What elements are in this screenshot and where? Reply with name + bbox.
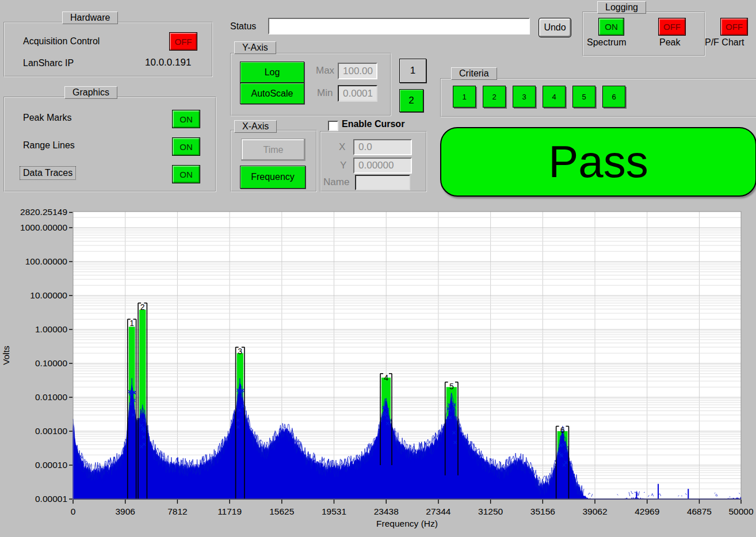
enable-cursor-label: Enable Cursor [342, 119, 404, 129]
pass-fail-indicator: Pass [440, 127, 756, 197]
channel-2-button[interactable]: 2 [399, 89, 423, 112]
svg-text:3: 3 [238, 347, 242, 356]
status-label: Status [230, 21, 256, 32]
svg-text:42969: 42969 [635, 507, 659, 516]
range-lines-toggle[interactable]: ON [172, 137, 200, 156]
svg-text:1000.00000: 1000.00000 [20, 223, 67, 232]
app-window: Hardware Acquisition Control OFF LanShar… [0, 0, 756, 537]
svg-text:1: 1 [129, 319, 134, 328]
log-scale-button[interactable]: Log [240, 62, 304, 83]
svg-text:2820.25149: 2820.25149 [20, 207, 67, 217]
pf-chart-toggle[interactable]: OFF [720, 18, 748, 36]
svg-text:3906: 3906 [115, 507, 135, 516]
svg-text:10.00000: 10.00000 [30, 290, 67, 300]
peak-logging-label: Peak [659, 37, 680, 48]
undo-button[interactable]: Undo [539, 18, 571, 37]
enable-cursor-checkbox[interactable] [328, 121, 338, 131]
svg-text:5: 5 [449, 382, 454, 391]
cursor-x-field[interactable]: 0.0 [353, 139, 412, 155]
acquisition-control-button[interactable]: OFF [169, 32, 197, 51]
svg-text:6: 6 [560, 425, 565, 435]
criteria-button-6[interactable]: 6 [602, 86, 625, 108]
range-lines-label: Range Lines [23, 140, 75, 151]
logging-panel-title: Logging [597, 1, 646, 14]
svg-text:Frequency (Hz): Frequency (Hz) [376, 519, 438, 528]
svg-text:39062: 39062 [582, 507, 607, 516]
criteria-button-5[interactable]: 5 [572, 86, 595, 108]
svg-text:0.00010: 0.00010 [35, 460, 67, 470]
svg-text:0.00001: 0.00001 [35, 494, 67, 504]
svg-text:2: 2 [140, 302, 145, 312]
cursor-name-field[interactable] [355, 175, 410, 190]
y-min-label: Min [317, 87, 333, 99]
autoscale-button[interactable]: AutoScale [240, 83, 304, 104]
svg-text:Volts: Volts [1, 346, 11, 365]
peak-marks-toggle[interactable]: ON [172, 110, 200, 128]
hardware-panel-title: Hardware [62, 11, 118, 24]
svg-text:23438: 23438 [374, 507, 399, 516]
svg-text:1.00000: 1.00000 [35, 324, 67, 334]
spectrum-logging-toggle[interactable]: ON [598, 18, 624, 36]
cursor-x-label: X [339, 141, 345, 153]
lansharc-ip-value: 10.0.0.191 [145, 57, 191, 68]
frequency-axis-button[interactable]: Frequency [240, 166, 306, 189]
svg-text:35156: 35156 [530, 507, 555, 516]
channel-1-button[interactable]: 1 [399, 59, 426, 83]
svg-text:4: 4 [384, 373, 388, 382]
cursor-y-field[interactable]: 0.00000 [353, 158, 412, 174]
data-traces-label: Data Traces [20, 166, 76, 180]
lansharc-ip-label: LanSharc IP [23, 58, 74, 68]
criteria-button-2[interactable]: 2 [483, 86, 506, 108]
svg-text:0: 0 [71, 507, 76, 516]
time-axis-button[interactable]: Time [241, 139, 306, 161]
svg-text:27344: 27344 [426, 507, 450, 516]
svg-text:19531: 19531 [322, 507, 346, 516]
graphics-panel-title: Graphics [64, 86, 117, 99]
svg-text:0.00100: 0.00100 [35, 426, 67, 436]
pf-chart-label: P/F Chart [705, 37, 744, 48]
criteria-button-1[interactable]: 1 [453, 86, 476, 108]
cursor-name-label: Name [323, 177, 349, 188]
acquisition-control-label: Acquisition Control [23, 36, 100, 47]
svg-text:11719: 11719 [217, 507, 242, 516]
spectrum-logging-label: Spectrum [587, 37, 626, 48]
peak-logging-toggle[interactable]: OFF [658, 18, 686, 36]
status-field[interactable] [268, 18, 530, 34]
spectrum-chart-svg: 1234562820.251491000.00000100.0000010.00… [0, 201, 756, 537]
x-axis-panel-title: X-Axis [234, 120, 277, 133]
svg-text:46875: 46875 [687, 507, 712, 516]
y-axis-panel-title: Y-Axis [234, 41, 276, 54]
criteria-panel-title: Criteria [451, 67, 497, 80]
svg-text:50000: 50000 [728, 507, 753, 516]
y-max-label: Max [316, 65, 334, 76]
svg-text:0.01000: 0.01000 [35, 392, 67, 402]
spectrum-plot[interactable]: 1234562820.251491000.00000100.0000010.00… [0, 201, 756, 537]
svg-text:15625: 15625 [269, 507, 294, 516]
criteria-button-3[interactable]: 3 [513, 86, 536, 108]
data-traces-toggle[interactable]: ON [172, 165, 200, 183]
y-max-field[interactable]: 100.00 [338, 63, 377, 79]
criteria-button-4[interactable]: 4 [543, 86, 566, 108]
y-min-field[interactable]: 0.0001 [338, 85, 377, 102]
svg-text:100.00000: 100.00000 [25, 256, 68, 266]
svg-text:0.10000: 0.10000 [35, 358, 67, 368]
cursor-y-label: Y [340, 160, 346, 171]
svg-text:7812: 7812 [167, 507, 187, 516]
svg-text:31250: 31250 [478, 507, 503, 516]
peak-marks-label: Peak Marks [23, 113, 71, 123]
